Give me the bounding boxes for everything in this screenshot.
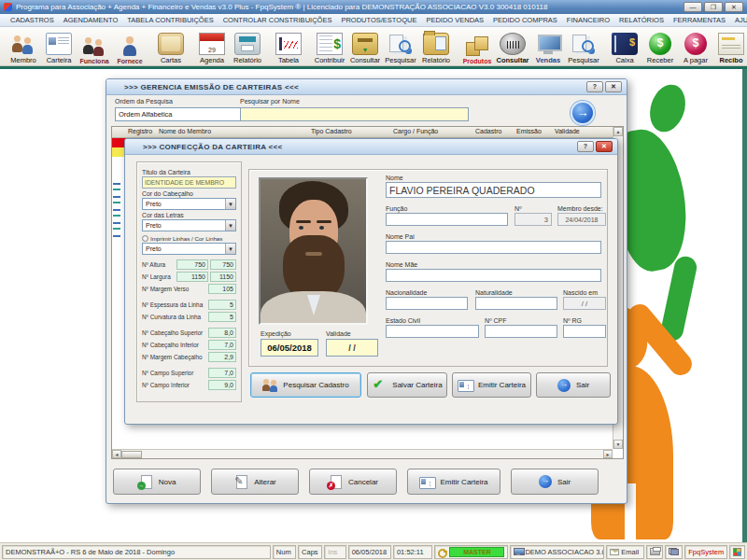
imprimir-linhas-label: Imprimir Linhas / Cor Linhas (150, 235, 222, 242)
naturalidade-input[interactable] (475, 297, 557, 310)
toolbar-pesquisar-2[interactable]: Pesquisar (566, 28, 601, 64)
cabecalho-inferior-input[interactable]: 7,0 (208, 340, 236, 350)
altura-input-1[interactable]: 750 (176, 259, 208, 270)
toolbar-membro[interactable]: Membro (6, 28, 41, 64)
dialog2-help-button[interactable]: ? (577, 141, 594, 152)
menu-ferramentas[interactable]: FERRAMENTAS (669, 16, 730, 24)
dialog1-title-bar[interactable]: >>> GERENCIA EMISSÃO DE CARTEIRAS <<< ? … (106, 79, 627, 95)
menu-tabela-contribuicoes[interactable]: TABELA CONTRIBUIÇÕES (122, 16, 218, 24)
menu-relatorios[interactable]: RELATÓRIOS (614, 16, 669, 24)
cor-linhas-select[interactable]: Preto ▼ (142, 243, 236, 255)
menu-pedido-compras[interactable]: PEDIDO COMPRAS (488, 16, 562, 24)
toolbar-carteira[interactable]: Carteira (41, 28, 77, 64)
largura-input-2[interactable]: 1150 (210, 272, 236, 282)
col-nome[interactable]: Nome do Membro (157, 127, 309, 137)
expedicao-input[interactable]: 06/05/2018 (261, 339, 318, 357)
toolbar-fornece[interactable]: Fornece (112, 28, 148, 64)
scroll-right-icon[interactable]: ► (603, 450, 613, 458)
nacionalidade-input[interactable] (386, 297, 468, 310)
sair-button[interactable]: Sair (511, 469, 599, 495)
status-ins: Ins (324, 545, 345, 559)
toolbar-caixa[interactable]: Caixa (607, 28, 642, 64)
toolbar-recibo[interactable]: Recibo (713, 28, 747, 64)
cabecalho-superior-input[interactable]: 8,0 (208, 328, 236, 338)
toolbar-consultar-2[interactable]: Consultar (495, 28, 530, 64)
close-button[interactable]: ✕ (725, 2, 743, 12)
dialog1-help-button[interactable]: ? (586, 81, 603, 92)
menu-financeiro[interactable]: FINANCEIRO (562, 16, 614, 24)
toolbar-relatorio-2[interactable]: Relatório (418, 28, 454, 64)
altura-input-2[interactable]: 750 (210, 259, 236, 270)
toolbar-vendas[interactable]: Vendas (530, 28, 566, 64)
nova-button[interactable]: Nova (113, 469, 201, 495)
toolbar-funciona[interactable]: Funciona (77, 28, 112, 64)
cor-cabecalho-select[interactable]: Preto ▼ (142, 198, 236, 210)
toolbar-produtos[interactable]: Produtos (459, 28, 495, 64)
toolbar-relatorio-1[interactable]: Relatório (230, 28, 265, 64)
validade-input[interactable]: / / (326, 339, 378, 357)
cancelar-button[interactable]: Cancelar (309, 469, 397, 495)
curvatura-input[interactable]: 5 (208, 312, 236, 322)
menu-pedido-vendas[interactable]: PEDIDO VENDAS (421, 16, 488, 24)
col-registro[interactable]: Registro (126, 127, 157, 137)
col-tipo[interactable]: Tipo Cadastro (309, 127, 391, 137)
alterar-button[interactable]: Alterar (211, 469, 299, 495)
menu-cadastros[interactable]: CADASTROS (6, 16, 59, 24)
campo-superior-input[interactable]: 7,0 (208, 368, 236, 378)
margem-cabecalho-input[interactable]: 2,9 (208, 352, 236, 362)
sair-button-2[interactable]: Sair (536, 372, 611, 398)
menu-ajuda[interactable]: AJUDA (730, 16, 747, 24)
menu-produtos-estoque[interactable]: PRODUTOS/ESTOQUE (336, 16, 421, 24)
dialog2-title-bar[interactable]: >>> CONFECÇÃO DA CARTEIRA <<< ? ✕ (125, 139, 617, 155)
toolbar-receber[interactable]: Receber (642, 28, 678, 64)
nascido-em-input[interactable]: / / (563, 297, 606, 310)
toolbar-cartas[interactable]: Cartas (153, 28, 189, 64)
search-by-name-input[interactable] (240, 107, 469, 121)
pesquisar-cadastro-button[interactable]: Pesquisar Cadastro (250, 372, 361, 398)
restore-button[interactable]: ❐ (704, 2, 723, 12)
toolbar-contribuir[interactable]: Contribuir (312, 28, 347, 64)
emitir-carteira-button-2[interactable]: Emitir Carteira (452, 372, 531, 398)
toolbar-consultar-1[interactable]: Consultar (347, 28, 383, 64)
cpf-input[interactable] (485, 325, 557, 338)
campo-inferior-input[interactable]: 9,0 (208, 380, 236, 390)
toolbar-pesquisar-1[interactable]: Pesquisar (383, 28, 418, 64)
col-cadastro[interactable]: Cadastro (473, 127, 514, 137)
largura-input-1[interactable]: 1150 (176, 272, 208, 282)
status-printer[interactable] (646, 545, 664, 559)
nome-mae-input[interactable] (386, 269, 601, 282)
dialog2-close-button[interactable]: ✕ (596, 141, 613, 152)
scroll-thumb[interactable] (121, 451, 142, 458)
margem-verso-input[interactable]: 105 (208, 284, 236, 294)
salvar-carteira-button[interactable]: Salvar Carteira (367, 372, 447, 398)
toolbar-apagar[interactable]: A pagar (678, 28, 713, 64)
rg-input[interactable] (563, 325, 606, 338)
scroll-up-icon[interactable]: ▲ (613, 127, 623, 136)
menu-agendamento[interactable]: AGENDAMENTO (59, 16, 123, 24)
funcao-input[interactable] (386, 213, 508, 226)
nome-input[interactable]: FLAVIO PEREIRA QUADERADO (386, 182, 601, 198)
col-cargo[interactable]: Cargo / Função (391, 127, 473, 137)
search-go-button[interactable] (571, 101, 595, 125)
horizontal-scrollbar[interactable]: ◄ ► (112, 449, 613, 458)
col-emissao[interactable]: Emissão (514, 127, 553, 137)
estado-civil-input[interactable] (386, 325, 479, 338)
scroll-left-icon[interactable]: ◄ (112, 450, 121, 458)
membro-desde-input[interactable]: 24/04/2018 (557, 213, 606, 226)
toolbar-agenda[interactable]: Agenda (194, 28, 230, 64)
numero-input[interactable]: 3 (514, 213, 552, 226)
imprimir-linhas-radio[interactable] (142, 235, 148, 242)
scroll-down-icon[interactable]: ▼ (613, 440, 623, 449)
espessura-input[interactable]: 5 (208, 300, 236, 310)
nome-pai-input[interactable] (386, 241, 601, 254)
cor-letras-select[interactable]: Preto ▼ (142, 219, 236, 231)
minimize-button[interactable]: — (684, 2, 702, 12)
toolbar-tabela[interactable]: Tabela (271, 28, 306, 64)
dialog1-close-button[interactable]: ✕ (605, 81, 622, 92)
titulo-carteira-input[interactable]: IDENTIDADE DE MEMBRO (142, 176, 236, 189)
status-email[interactable]: Email (606, 545, 644, 559)
status-network[interactable] (665, 545, 683, 559)
menu-controlar-contribuicoes[interactable]: CONTROLAR CONSTRIBUIÇÕES (218, 16, 337, 24)
col-validade[interactable]: Validade (553, 127, 590, 137)
emitir-carteira-button[interactable]: Emitir Carteira (407, 469, 500, 495)
